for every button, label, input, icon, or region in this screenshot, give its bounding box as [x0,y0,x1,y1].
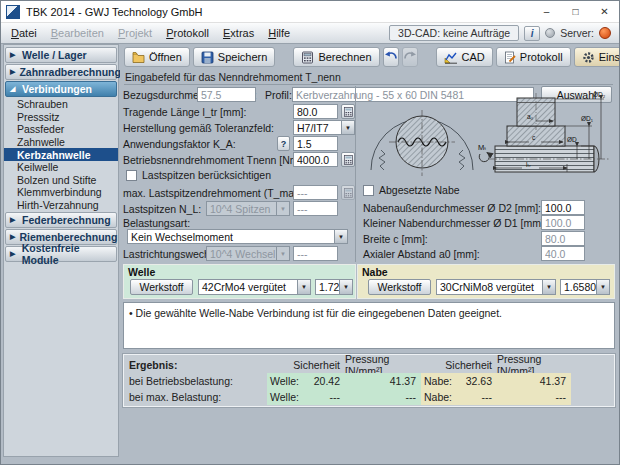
sidebar-item-kerbzahnwelle[interactable]: Kerbzahnwelle [4,148,118,161]
sidebar-item-hirth-verzahnung[interactable]: Hirth-Verzahnung [4,199,118,212]
close-button[interactable]: ✕ [590,1,619,22]
settings-button[interactable]: Einstellungen [574,47,620,67]
lastspitzen-nl-field [293,201,338,216]
nabe-material-panel: Nabe Werkstoff 30CrNiMo8 vergütet ▼ 1.65… [357,264,615,299]
lastspitzen-nl-label: Lastspitzen N_L: [123,203,201,215]
mini-calculator-icon [344,155,353,165]
protocol-button-label: Protokoll [520,51,563,63]
sidebar-section-zahnradberechnung[interactable]: ▶Zahnradberechnung [5,64,117,80]
tnenn-field[interactable] [293,152,338,167]
minimize-button[interactable]: – [532,1,561,22]
d1-label: Kleiner Nabendurchmesser Ø D1 [mm]: [363,217,547,229]
nabe-material-name: 30CrNiMo8 vergütet [437,281,542,293]
save-button[interactable]: Speichern [193,47,276,67]
tnenn-calculator-button[interactable] [341,152,355,167]
sidebar-section-kostenfreie-module[interactable]: ▶Kostenfreie Module [5,246,117,262]
menu-protokoll[interactable]: Protokoll [159,25,216,41]
welle-werkstoff-button[interactable]: Werkstoff [130,279,193,295]
lastspitzen-checkbox[interactable] [126,170,137,181]
results-col-sicherheit-welle: Sicherheit [303,357,345,373]
maximize-button[interactable]: □ [561,1,590,22]
cad-status-indicator [545,28,555,38]
welle-panel-title: Welle [128,266,155,278]
tragende-laenge-field[interactable] [293,104,338,119]
sidebar-item-bolzen-und-stifte[interactable]: Bolzen und Stifte [4,174,118,187]
ltr-dim-label: lₜᵣ [526,161,531,168]
open-button[interactable]: Öffnen [124,47,190,67]
settings-button-label: Einstellungen [599,51,620,63]
lastrichtungswechsel-unit: 10^4 Wechsel [207,248,276,260]
ka-help-button[interactable]: ? [277,136,290,151]
d2-field[interactable] [541,200,585,215]
abgesetzte-nabe-checkbox-label: Abgesetzte Nabe [379,184,460,196]
save-disk-icon [201,51,214,64]
menu-datei[interactable]: Datei [4,25,44,41]
undo-icon [384,51,398,63]
mini-calculator-icon [344,107,353,117]
toleranzfeld-value: H7/IT7 [294,122,341,134]
anwendungsfaktor-field[interactable] [293,136,338,151]
welle-material-combo[interactable]: 42CrMo4 vergütet ▼ [198,279,311,295]
results-nabe-label: Nabe: [421,389,461,405]
chevron-down-icon[interactable]: ▼ [297,280,310,294]
protocol-button[interactable]: Protokoll [496,47,571,67]
results-title: Ergebnis: [126,357,267,373]
sidebar-item-keilwelle[interactable]: Keilwelle [4,161,118,174]
settings-gear-icon [582,51,595,64]
belastungsart-label: Belastungsart: [123,217,190,229]
ltr-calculator-button[interactable] [341,104,355,119]
toleranzfeld-combo[interactable]: H7/IT7 ▼ [293,120,355,135]
chevron-down-icon[interactable]: ▼ [542,280,555,294]
info-button[interactable]: i [524,26,540,41]
nabe-werkstoff-button[interactable]: Werkstoff [368,279,431,295]
sidebar-item-klemmverbindung[interactable]: Klemmverbindung [4,186,118,199]
welle-material-panel: Welle Werkstoff 42CrMo4 vergütet ▼ 1.722… [123,264,356,299]
app-logo-icon [6,5,20,19]
sidebar-section-federberechnung[interactable]: ▶Federberechnung [5,212,117,228]
protocol-document-icon [504,51,516,64]
expanded-arrow-icon: ◢ [10,85,18,93]
lastspitzen-nl-unit: 10^4 Spitzen [207,203,276,215]
welle-material-number-combo[interactable]: 1.7225 ▼ [315,279,353,295]
d-dim-label: ØD [567,136,577,143]
abgesetzte-nabe-checkbox[interactable] [363,185,374,196]
sidebar-item-zahnwelle[interactable]: Zahnwelle [4,136,118,149]
save-button-label: Speichern [218,51,268,63]
sidebar-section-label: Kostenfreie Module [22,242,116,266]
chevron-down-icon: ▼ [276,247,289,260]
lastspitzen-checkbox-label: Lastspitzen berücksichtigen [142,169,271,181]
menu-hilfe[interactable]: Hilfe [261,25,297,41]
mini-calculator-icon [344,188,353,198]
cad-icon [444,51,458,64]
sidebar-section-welle-lager[interactable]: ▶Welle / Lager [5,47,117,63]
nabe-material-combo[interactable]: 30CrNiMo8 vergütet ▼ [436,279,556,295]
welle-material-number: 1.7225 [316,281,339,293]
chevron-down-icon[interactable]: ▼ [339,280,352,294]
menubar: Datei Bearbeiten Projekt Protokoll Extra… [1,23,619,44]
sidebar-item-schrauben[interactable]: Schrauben [4,98,118,111]
cad-button[interactable]: CAD [436,47,493,67]
nabe-material-number-combo[interactable]: 1.6580 ▼ [560,279,610,295]
menu-projekt: Projekt [111,25,159,41]
sidebar-section-verbindungen[interactable]: ◢Verbindungen [5,81,117,97]
sidebar-item-presssitz[interactable]: Presssitz [4,111,118,124]
lastspitzen-checkbox-row[interactable]: Lastspitzen berücksichtigen [126,169,271,181]
a0-dim-label: a₀ [527,113,534,120]
menu-extras[interactable]: Extras [216,25,261,41]
undo-button[interactable] [383,47,399,67]
calculate-button[interactable]: Berechnen [293,47,379,67]
sidebar-item-passfeder[interactable]: Passfeder [4,123,118,136]
collapsed-arrow-icon: ▶ [10,68,15,76]
chevron-down-icon[interactable]: ▼ [334,230,347,243]
chevron-down-icon[interactable]: ▼ [341,121,354,134]
belastungsart-combo[interactable]: Kein Wechselmoment ▼ [127,229,348,244]
results-welle-label: Welle: [267,389,303,405]
results-panel: Ergebnis: Sicherheit Pressung [N/mm²] Si… [123,354,615,407]
tnenn-label: Betriebsnenndrehmoment Tnenn [Nm]: [123,154,304,166]
chevron-down-icon[interactable]: ▼ [596,280,609,294]
abgesetzte-nabe-checkbox-row[interactable]: Abgesetzte Nabe [363,184,460,196]
nabe-panel-title: Nabe [362,266,388,278]
results-row-label: bei Betriebsbelastung: [126,373,267,389]
toolbar: Öffnen Speichern Berechnen CAD Protokoll… [124,46,615,68]
calculator-icon [301,51,314,64]
